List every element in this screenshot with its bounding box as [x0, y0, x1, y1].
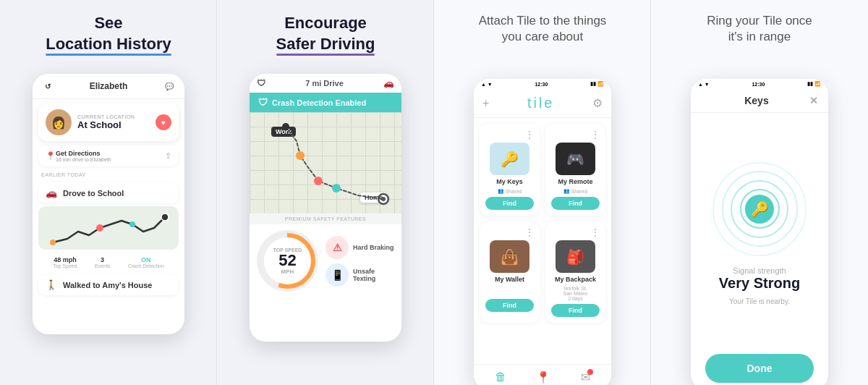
speedometer-area: TOP SPEED 52 MPH ⚠ Hard Braking 📱 Unsafe…	[250, 224, 401, 297]
more-backpack-icon[interactable]: ⋮	[591, 227, 600, 237]
panel4-title: Ring your Tile once it's in range	[707, 13, 812, 45]
panel-location-history: See Location History ↺ Elizabeth 💬 👩 CUR…	[0, 0, 217, 385]
directions-sub-label: 16 min drive to Elizabeth	[56, 157, 111, 162]
top-speed-label: Top Speed	[53, 263, 77, 268]
keys-name: My Keys	[496, 178, 523, 185]
nav-map[interactable]: 📍	[536, 371, 550, 384]
signal-strength-value: Very Strong	[719, 275, 800, 292]
modal-title: Keys	[744, 95, 768, 106]
map-preview	[38, 206, 179, 250]
find-backpack-button[interactable]: Find	[551, 304, 600, 317]
items-nav-icon: 🗑	[495, 371, 506, 384]
svg-point-2	[129, 221, 135, 227]
shield-banner-icon: 🛡	[258, 97, 268, 108]
refresh-icon[interactable]: ↺	[41, 80, 54, 93]
share-icon[interactable]: ⇪	[165, 151, 171, 161]
ring-center: 🔑	[745, 195, 774, 224]
activity1-label: Drove to School	[63, 189, 124, 198]
more-remote-icon[interactable]: ⋮	[591, 130, 600, 140]
panel-tile-items: Attach Tile to the things you care about…	[434, 0, 651, 385]
shield-small-icon: 🛡	[257, 78, 265, 88]
premium-label: PREMIUM SAFETY FEATURES	[250, 213, 401, 224]
notification-badge: ✉	[581, 371, 590, 384]
phone-location-history: ↺ Elizabeth 💬 👩 CURRENT LOCATION At Scho…	[33, 74, 184, 334]
map-nav-icon: 📍	[536, 371, 550, 384]
status-time: 12:30	[535, 82, 548, 87]
status-bar: ▲ ▼ 12:30 ▮▮ 📶	[474, 79, 611, 89]
tile-item-keys: ⋮ 🔑 My Keys 👥 Shared Find	[480, 124, 540, 216]
message-icon[interactable]: 💬	[163, 80, 176, 93]
tile-item-backpack: ⋮ 🎒 My Backpack Norfolk St,San Mateo2 da…	[545, 221, 605, 323]
hard-braking-card: ⚠ Hard Braking	[326, 236, 394, 259]
done-button[interactable]: Done	[705, 354, 814, 383]
panel-ring-tile: Ring your Tile once it's in range ▲ ▼ 12…	[651, 0, 868, 385]
avatar: 👩	[46, 109, 72, 135]
keys-thumb: 🔑	[490, 143, 529, 175]
shared-icon: 👥	[498, 188, 504, 194]
remote-thumb: 🎮	[556, 143, 595, 175]
header-name: Elizabeth	[54, 81, 163, 91]
remote-name: My Remote	[558, 178, 592, 185]
tile-logo: tile	[527, 95, 555, 111]
svg-point-9	[381, 197, 386, 201]
panel-safer-driving: Encourage Safer Driving 🛡 7 mi Drive 🚗 🛡…	[217, 0, 434, 385]
unsafe-texting-label: Unsafe Texting	[353, 268, 394, 282]
drive-label: 7 mi Drive	[305, 79, 344, 88]
wallet-name: My Wallet	[495, 276, 524, 283]
plus-icon[interactable]: +	[482, 97, 489, 110]
walk-icon: 🚶	[46, 279, 57, 290]
svg-point-3	[161, 213, 169, 221]
crash-detection-value: ON	[128, 256, 164, 263]
ring-modal-header: · Keys ✕	[691, 89, 828, 113]
braking-icon: ⚠	[326, 236, 349, 259]
svg-point-6	[314, 177, 323, 185]
tile-item-remote: ⋮ 🎮 My Remote 👥 Shared Find	[545, 124, 605, 216]
phone-ring: ▲ ▼ 12:30 ▮▮ 📶 · Keys ✕ 🔑 Signal str	[691, 79, 828, 385]
stats-row: 48 mph Top Speed 3 Events ON Crash Detec…	[38, 253, 179, 272]
phone1-header: ↺ Elizabeth 💬	[33, 74, 184, 99]
more-keys-icon[interactable]: ⋮	[525, 130, 534, 140]
location-pin-icon: 📍	[46, 151, 56, 161]
shared-icon2: 👥	[563, 188, 570, 194]
signal-strength-label: Signal strength	[733, 266, 786, 275]
ring-status-bar: ▲ ▼ 12:30 ▮▮ 📶	[691, 79, 828, 89]
bottom-nav: 🗑 📍 ✉	[474, 364, 611, 385]
svg-point-5	[296, 151, 305, 160]
drive-header: 🛡 7 mi Drive 🚗	[250, 74, 401, 93]
panel2-title: Encourage Safer Driving	[276, 13, 375, 54]
settings-icon[interactable]: ⚙	[592, 96, 603, 110]
tile-grid: ⋮ 🔑 My Keys 👥 Shared Find ⋮ 🎮 My Remote …	[474, 118, 611, 329]
nav-notifications[interactable]: ✉	[581, 371, 590, 384]
more-wallet-icon[interactable]: ⋮	[525, 227, 534, 237]
phone-tile: ▲ ▼ 12:30 ▮▮ 📶 + tile ⚙ ⋮ 🔑 My Keys 👥	[474, 79, 611, 385]
activity-walked: 🚶 Walked to Amy's House	[38, 274, 179, 295]
current-location-label: CURRENT LOCATION	[77, 114, 135, 119]
drive-map: Work Home	[250, 112, 401, 213]
ring-status-time: 12:30	[752, 82, 765, 87]
crash-detection-label: Crash Detection Enabled	[272, 98, 366, 107]
crash-detection-label: Crash Detection	[128, 263, 164, 268]
texting-icon: 📱	[326, 263, 349, 287]
directions-card[interactable]: 📍 Get Directions 16 min drive to Elizabe…	[38, 145, 179, 166]
backpack-thumb: 🎒	[556, 240, 595, 273]
remote-shared: 👥 Shared	[563, 188, 588, 194]
speed-value: 52	[278, 253, 296, 268]
current-location-card: 👩 CURRENT LOCATION At School ♥	[38, 103, 179, 141]
svg-point-4	[282, 123, 289, 130]
backpack-name: My Backpack	[555, 276, 596, 283]
panel1-title: See Location History	[46, 13, 171, 54]
hard-braking-label: Hard Braking	[353, 244, 394, 251]
event-cards: ⚠ Hard Braking 📱 Unsafe Texting	[326, 236, 394, 287]
signal-area: 🔑 Signal strength Very Strong Your Tile …	[691, 113, 828, 347]
find-wallet-button[interactable]: Find	[485, 299, 534, 312]
tile-item-wallet: ⋮ 👜 My Wallet Find	[480, 221, 540, 323]
close-icon[interactable]: ✕	[809, 95, 818, 106]
svg-point-7	[332, 184, 341, 192]
nav-items[interactable]: 🗑	[495, 371, 506, 384]
find-keys-button[interactable]: Find	[485, 197, 534, 210]
favorite-button[interactable]: ♥	[156, 114, 171, 130]
find-remote-button[interactable]: Find	[551, 197, 600, 210]
tile-header: + tile ⚙	[474, 89, 611, 118]
backpack-location: Norfolk St,San Mateo2 days	[563, 286, 588, 301]
top-speed-value: 48 mph	[53, 256, 77, 263]
